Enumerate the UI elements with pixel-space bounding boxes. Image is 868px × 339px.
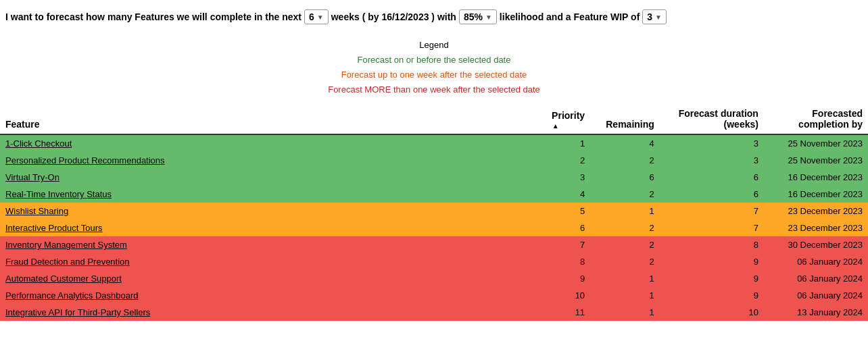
feature-remaining: 2 [590,236,660,253]
feature-priority: 9 [521,270,590,287]
forecast-table: Feature Priority ▲ Remaining Forecast du… [0,104,868,321]
forecast-table-container: Feature Priority ▲ Remaining Forecast du… [0,104,868,321]
table-row: Inventory Management System72830 Decembe… [0,236,868,253]
feature-remaining: 1 [590,270,660,287]
feature-priority: 4 [521,186,590,203]
feature-remaining: 1 [590,203,660,219]
feature-completion: 16 December 2023 [764,186,868,203]
feature-forecast-duration: 7 [660,203,764,219]
feature-name[interactable]: Personalized Product Recommendations [0,152,521,169]
legend-green: Forecast on or before the selected date [0,53,868,68]
feature-priority: 11 [521,304,590,321]
feature-remaining: 2 [590,186,660,203]
feature-priority: 10 [521,287,590,304]
table-row: Automated Customer Support91906 January … [0,270,868,287]
likelihood-dropdown[interactable]: 85% ▼ [459,9,497,24]
legend-red: Forecast MORE than one week after the se… [0,82,868,97]
wip-dropdown[interactable]: 3 ▼ [642,9,667,24]
feature-forecast-duration: 6 [660,169,764,186]
feature-forecast-duration: 6 [660,186,764,203]
feature-remaining: 6 [590,169,660,186]
feature-link[interactable]: Integrative API for Third-Party Sellers [5,307,150,317]
feature-priority: 6 [521,219,590,236]
feature-priority: 5 [521,203,590,219]
feature-remaining: 4 [590,134,660,152]
wip-dropdown-arrow: ▼ [655,14,662,21]
feature-remaining: 1 [590,304,660,321]
feature-completion: 16 December 2023 [764,169,868,186]
table-row: Virtual Try-On36616 December 2023 [0,169,868,186]
feature-remaining: 1 [590,287,660,304]
likelihood-dropdown-arrow: ▼ [485,14,492,21]
table-row: Real-Time Inventory Status42616 December… [0,186,868,203]
feature-name[interactable]: Automated Customer Support [0,270,521,287]
feature-remaining: 2 [590,253,660,270]
feature-completion: 30 December 2023 [764,236,868,253]
feature-name[interactable]: Integrative API for Third-Party Sellers [0,304,521,321]
header-priority[interactable]: Priority ▲ [521,104,590,134]
feature-name[interactable]: Fraud Detection and Prevention [0,253,521,270]
feature-name[interactable]: 1-Click Checkout [0,134,521,152]
feature-forecast-duration: 3 [660,134,764,152]
table-row: Interactive Product Tours62723 December … [0,219,868,236]
likelihood-value: 85% [464,11,483,22]
feature-link[interactable]: Personalized Product Recommendations [5,155,165,165]
likelihood-suffix: likelihood and a Feature WIP of [500,11,640,22]
feature-completion: 06 January 2024 [764,270,868,287]
legend-title: Legend [0,38,868,53]
feature-forecast-duration: 7 [660,219,764,236]
header-feature: Feature [0,104,521,134]
feature-name[interactable]: Wishlist Sharing [0,203,521,219]
weeks-value: 6 [309,11,314,22]
weeks-dropdown[interactable]: 6 ▼ [304,9,329,24]
forecast-bar: I want to forecast how many Features we … [0,0,868,34]
forecast-prefix: I want to forecast how many Features we … [5,11,302,22]
feature-forecast-duration: 9 [660,253,764,270]
feature-priority: 8 [521,253,590,270]
legend-orange: Forecast up to one week after the select… [0,68,868,82]
feature-priority: 3 [521,169,590,186]
feature-forecast-duration: 9 [660,270,764,287]
feature-forecast-duration: 3 [660,152,764,169]
feature-completion: 23 December 2023 [764,219,868,236]
feature-link[interactable]: Interactive Product Tours [5,223,103,233]
feature-link[interactable]: Fraud Detection and Prevention [5,257,130,267]
table-row: Personalized Product Recommendations2232… [0,152,868,169]
header-forecasted-completion: Forecasted completion by [764,104,868,134]
weeks-dropdown-arrow: ▼ [317,14,324,21]
table-row: Performance Analytics Dashboard101906 Ja… [0,287,868,304]
feature-link[interactable]: 1-Click Checkout [5,138,72,149]
legend: Legend Forecast on or before the selecte… [0,34,868,104]
feature-priority: 2 [521,152,590,169]
feature-name[interactable]: Performance Analytics Dashboard [0,287,521,304]
feature-link[interactable]: Wishlist Sharing [5,206,68,216]
feature-forecast-duration: 9 [660,287,764,304]
wip-value: 3 [647,11,652,22]
feature-completion: 25 November 2023 [764,134,868,152]
feature-link[interactable]: Real-Time Inventory Status [5,189,112,199]
feature-link[interactable]: Automated Customer Support [5,273,122,284]
table-row: Fraud Detection and Prevention82906 Janu… [0,253,868,270]
feature-name[interactable]: Virtual Try-On [0,169,521,186]
feature-name[interactable]: Real-Time Inventory Status [0,186,521,203]
table-row: Wishlist Sharing51723 December 2023 [0,203,868,219]
feature-link[interactable]: Inventory Management System [5,240,127,250]
table-row: Integrative API for Third-Party Sellers1… [0,304,868,321]
feature-priority: 7 [521,236,590,253]
feature-name[interactable]: Interactive Product Tours [0,219,521,236]
feature-link[interactable]: Virtual Try-On [5,172,59,182]
header-remaining: Remaining [590,104,660,134]
feature-completion: 25 November 2023 [764,152,868,169]
feature-completion: 06 January 2024 [764,287,868,304]
feature-remaining: 2 [590,219,660,236]
weeks-label: weeks ( by 16/12/2023 ) with [331,11,456,22]
table-header-row: Feature Priority ▲ Remaining Forecast du… [0,104,868,134]
feature-priority: 1 [521,134,590,152]
feature-completion: 23 December 2023 [764,203,868,219]
feature-name[interactable]: Inventory Management System [0,236,521,253]
feature-link[interactable]: Performance Analytics Dashboard [5,290,139,301]
header-forecast-duration: Forecast duration (weeks) [660,104,764,134]
feature-forecast-duration: 8 [660,236,764,253]
feature-remaining: 2 [590,152,660,169]
feature-completion: 06 January 2024 [764,253,868,270]
